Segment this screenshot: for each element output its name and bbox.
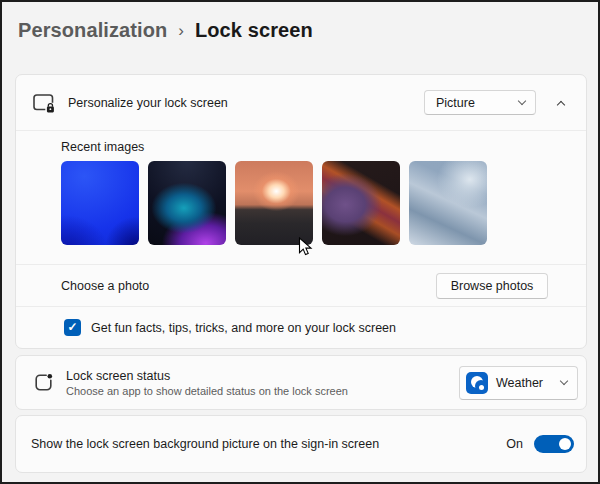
recent-image-thumbnail-1[interactable] xyxy=(61,161,139,245)
breadcrumb-parent[interactable]: Personalization xyxy=(18,19,167,42)
breadcrumb-separator-icon: › xyxy=(178,21,184,41)
collapse-expander-button[interactable] xyxy=(548,75,574,130)
browse-photos-button[interactable]: Browse photos xyxy=(436,273,548,299)
lock-screen-status-card: Lock screen status Choose an app to show… xyxy=(15,355,587,410)
recent-image-thumbnail-2[interactable] xyxy=(148,161,226,245)
checkmark-icon: ✓ xyxy=(67,321,77,333)
sign-in-toggle[interactable] xyxy=(534,435,574,453)
status-app-dropdown[interactable]: Weather xyxy=(459,366,578,400)
status-app-value: Weather xyxy=(496,376,543,390)
personalize-title: Personalize your lock screen xyxy=(68,96,228,110)
background-type-dropdown[interactable]: Picture xyxy=(424,90,536,115)
recent-images-row xyxy=(61,161,586,245)
recent-image-thumbnail-5[interactable] xyxy=(409,161,487,245)
recent-image-thumbnail-3[interactable] xyxy=(235,161,313,245)
toggle-knob xyxy=(559,438,571,450)
fun-facts-checkbox[interactable]: ✓ xyxy=(64,319,81,336)
sign-in-background-card: Show the lock screen background picture … xyxy=(15,415,587,473)
status-subtitle: Choose an app to show detailed status on… xyxy=(66,385,348,397)
fun-facts-label: Get fun facts, tips, tricks, and more on… xyxy=(91,321,396,335)
background-type-value: Picture xyxy=(436,96,475,110)
settings-window: Personalization › Lock screen Personaliz… xyxy=(0,0,600,484)
lock-screen-icon xyxy=(33,93,56,113)
breadcrumb: Personalization › Lock screen xyxy=(18,19,313,42)
page-title: Lock screen xyxy=(195,19,313,42)
choose-photo-label: Choose a photo xyxy=(61,279,149,293)
sign-in-label: Show the lock screen background picture … xyxy=(31,437,379,451)
weather-app-icon xyxy=(466,372,488,394)
personalize-header-row: Personalize your lock screen Picture xyxy=(16,75,586,130)
choose-photo-row: Choose a photo Browse photos xyxy=(16,264,586,306)
toggle-state-label: On xyxy=(506,437,523,451)
status-app-icon xyxy=(33,372,54,393)
personalize-lock-screen-card: Personalize your lock screen Picture Rec… xyxy=(15,74,587,349)
status-title: Lock screen status xyxy=(66,369,348,383)
recent-images-section: Recent images xyxy=(16,130,586,264)
chevron-down-icon xyxy=(518,96,526,104)
recent-images-label: Recent images xyxy=(61,140,586,154)
recent-image-thumbnail-4[interactable] xyxy=(322,161,400,245)
fun-facts-row: ✓ Get fun facts, tips, tricks, and more … xyxy=(16,306,586,348)
chevron-down-icon xyxy=(560,376,568,384)
chevron-up-icon xyxy=(557,100,565,108)
